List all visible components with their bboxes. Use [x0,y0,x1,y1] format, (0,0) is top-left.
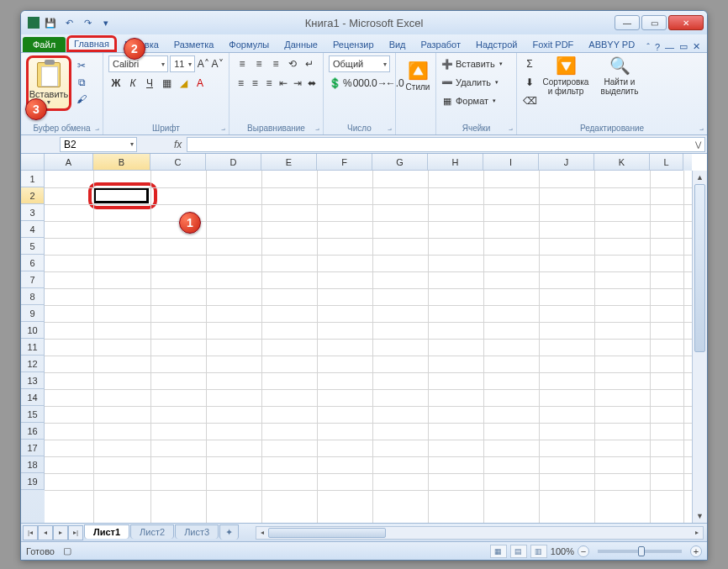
hscroll-thumb[interactable] [268,528,386,538]
column-header[interactable]: K [594,154,650,171]
view-pagebreak-icon[interactable]: ▥ [530,545,547,558]
sheet-tab-3[interactable]: Лист3 [175,524,219,539]
view-layout-icon[interactable]: ▤ [510,545,527,558]
fill-color-button[interactable]: ◢ [176,75,191,92]
bold-button[interactable]: Ж [108,75,124,92]
find-select-button[interactable]: 🔍 Найти и выделить [594,55,645,109]
column-header[interactable]: L [650,154,683,171]
column-header[interactable]: D [206,154,261,171]
sheet-nav-first-icon[interactable]: |◂ [23,525,38,540]
help-icon[interactable]: ? [655,42,660,52]
copy-icon[interactable]: ⧉ [75,76,88,89]
sort-filter-button[interactable]: 🔽 Сортировка и фильтр [541,55,591,109]
format-painter-icon[interactable]: 🖌 [75,92,88,106]
autosum-icon[interactable]: Σ [522,55,537,72]
tab-layout[interactable]: Разметка [166,36,222,52]
column-header[interactable]: C [150,154,206,171]
zoom-in-icon[interactable]: + [690,545,702,557]
qat-more-icon[interactable]: ▾ [98,15,113,30]
undo-icon[interactable]: ↶ [61,15,76,30]
row-header[interactable]: 4 [21,221,45,238]
tab-developer[interactable]: Разработ [414,36,468,52]
row-header[interactable]: 9 [21,305,45,322]
tab-addins[interactable]: Надстрой [468,36,525,52]
vertical-scrollbar[interactable]: ▲ ▼ [692,171,707,523]
tab-home[interactable]: Главная [66,35,117,52]
scroll-up-icon[interactable]: ▲ [693,171,707,184]
column-header[interactable]: E [261,154,317,171]
doc-restore-icon[interactable]: ▭ [679,41,688,52]
row-header[interactable]: 10 [21,322,45,339]
cells-area[interactable] [45,171,692,523]
align-top-icon[interactable]: ≡ [235,55,250,72]
tab-foxit[interactable]: Foxit PDF [525,36,581,52]
row-header[interactable]: 1 [21,171,45,187]
row-header[interactable]: 12 [21,356,45,372]
orientation-icon[interactable]: ⟲ [285,55,300,72]
tab-review[interactable]: Рецензир [325,36,382,52]
row-header[interactable]: 16 [21,423,45,440]
maximize-button[interactable]: ▭ [641,15,667,30]
horizontal-scrollbar[interactable]: ◂ ▸ [256,526,704,540]
row-header[interactable]: 18 [21,456,45,473]
scroll-down-icon[interactable]: ▼ [693,509,707,523]
sheet-tab-2[interactable]: Лист2 [130,524,174,539]
row-header[interactable]: 8 [21,288,45,305]
scroll-left-icon[interactable]: ◂ [256,527,268,539]
formula-input[interactable] [187,137,692,152]
column-header[interactable]: G [372,154,428,171]
row-header[interactable]: 6 [21,255,45,271]
tab-data[interactable]: Данные [277,36,325,52]
close-button[interactable]: ✕ [668,15,704,30]
number-format-combo[interactable]: Общий [329,55,390,72]
italic-button[interactable]: К [125,75,140,92]
comma-icon[interactable]: 000 [354,75,369,92]
font-color-button[interactable]: A [193,75,208,92]
vscroll-thumb[interactable] [694,184,705,352]
styles-button[interactable]: 🔼 Стили [401,55,435,92]
align-center-icon[interactable]: ≡ [249,75,261,92]
wrap-text-icon[interactable]: ↵ [302,55,317,72]
sheet-nav-last-icon[interactable]: ▸| [68,525,83,540]
align-middle-icon[interactable]: ≡ [251,55,266,72]
row-header[interactable]: 11 [21,339,45,356]
view-normal-icon[interactable]: ▦ [490,545,507,558]
border-button[interactable]: ▦ [159,75,174,92]
tab-formulas[interactable]: Формулы [221,36,277,52]
zoom-value[interactable]: 100% [551,546,574,556]
indent-inc-icon[interactable]: ⇥ [291,75,303,92]
row-header[interactable]: 17 [21,440,45,456]
select-all-corner[interactable] [21,154,45,171]
row-header[interactable]: 5 [21,238,45,255]
redo-icon[interactable]: ↷ [80,15,95,30]
sheet-nav-prev-icon[interactable]: ◂ [38,525,53,540]
column-header[interactable]: A [45,154,93,171]
row-header[interactable]: 13 [21,372,45,389]
font-size-combo[interactable]: 11 [170,55,195,72]
cells-insert[interactable]: ➕Вставить▾ [441,55,511,72]
expand-formula-icon[interactable]: ⋁ [692,137,705,152]
column-header[interactable]: F [317,154,372,171]
grow-font-icon[interactable]: A˄ [197,55,209,72]
row-header[interactable]: 19 [21,473,45,490]
shrink-font-icon[interactable]: A˅ [211,55,224,72]
underline-button[interactable]: Ч [142,75,157,92]
fx-icon[interactable]: fx [174,139,182,150]
inc-decimal-icon[interactable]: .0→ [371,75,386,92]
column-header[interactable]: I [483,154,539,171]
minimize-ribbon-icon[interactable]: ˆ [646,42,650,52]
zoom-out-icon[interactable]: − [578,545,589,557]
scroll-right-icon[interactable]: ▸ [691,527,703,539]
row-header[interactable]: 2 [21,187,45,204]
align-bottom-icon[interactable]: ≡ [268,55,283,72]
macro-record-icon[interactable]: ▢ [63,545,71,556]
name-box[interactable]: B2 [60,137,137,152]
save-icon[interactable]: 💾 [43,15,58,30]
currency-icon[interactable]: 💲 [329,75,341,92]
percent-icon[interactable]: % [343,75,352,92]
minimize-button[interactable]: — [615,15,640,30]
cells-delete[interactable]: ➖Удалить▾ [441,74,511,91]
column-header[interactable]: B [93,154,150,171]
row-header[interactable]: 7 [21,271,45,288]
row-header[interactable]: 14 [21,389,45,406]
